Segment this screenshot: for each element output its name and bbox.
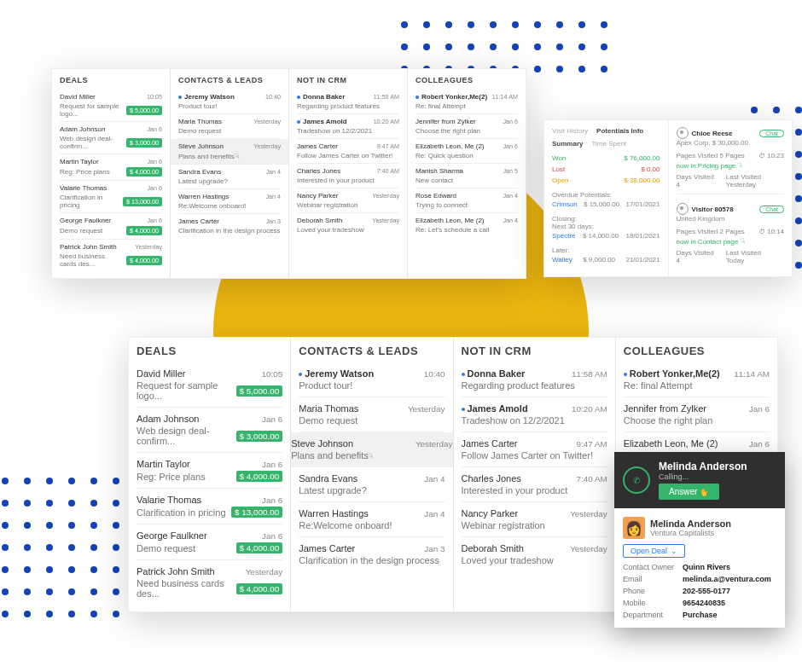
list-item[interactable]: Martin TaylorJan 6Reg: Price plans$ 4,00… [137,453,282,489]
list-item[interactable]: Patrick John SmithYesterdayNeed business… [137,560,282,605]
subtab-summary[interactable]: Summary [552,140,583,148]
potential-name[interactable]: Walley [552,256,572,264]
list-item[interactable]: Adam JohnsonJan 6Web design deal-confirm… [60,122,162,154]
list-item[interactable]: Charles Jones7:40 AMInterested in your p… [297,164,399,188]
item-subject: Clarification in pricing [137,507,226,518]
list-item[interactable]: Warren HastingsJan 4Re:Welcome onboard! [299,502,445,537]
list-item[interactable]: Sandra EvansJan 4Latest upgrade? [178,165,281,189]
cursor-icon: ✋ [699,486,711,497]
list-item[interactable]: Robert Yonker,Me(2)11:14 AMRe: final Att… [624,362,770,397]
list-item[interactable]: Valarie ThomasJan 6Clarification in pric… [60,181,162,213]
list-item[interactable]: Steve JohnsonYesterdayPlans and benefits… [291,432,452,467]
list-item[interactable]: Patrick John SmithYesterdayNeed business… [60,240,162,271]
list-item[interactable]: Donna Baker11:58 AMRegarding product fea… [297,90,399,114]
list-item[interactable]: James Carter9:47 AMFollow James Carter o… [297,139,399,164]
item-subject: New contact [416,177,453,184]
list-item[interactable]: Jennifer from ZylkerJan 6Choose the righ… [416,114,518,139]
closing-sub: Next 30 days: [552,223,660,230]
list-item[interactable]: James Amold10:20 AMTradeshow on 12/2/202… [297,114,399,139]
overdue-heading: Overdue Potentials: [552,191,660,199]
field-label: Phone [623,587,683,595]
list-item[interactable]: Jeremy Watson10:40Product tour! [299,362,445,397]
analytics-tabs[interactable]: Visit History Potentials Info [552,127,660,135]
list-item[interactable]: Manish SharmaJan 5New contact [416,164,518,188]
item-name: Steve Johnson [291,438,353,449]
column-header: NOT IN CRM [462,345,607,357]
item-subject: Re: Quick question [416,152,474,159]
item-subject: Demo request [60,227,102,235]
avatar: 👩 [623,517,645,539]
kanban-small: DEALSDavid Miller10:05Request for sample… [51,68,526,279]
list-item[interactable]: Elizabeth Leon, Me (2)Jan 4Re: Let's sch… [416,213,518,237]
list-item[interactable]: Steve JohnsonYesterdayPlans and benefits… [171,139,288,165]
item-name: James Carter [462,438,518,449]
potential-date: 18/01/2021 [625,232,660,240]
list-item[interactable]: James Amold10:20 AMTradeshow on 12/2/202… [462,397,607,432]
unread-dot-icon [299,373,302,376]
item-time: Jan 6 [262,460,282,469]
list-item[interactable]: James CarterJan 3Clarification in the de… [299,537,445,571]
list-item[interactable]: Robert Yonker,Me(2)11:14 AMRe: final Att… [416,90,518,114]
item-time: Jan 6 [503,142,518,150]
visitor-card: Visitor 80578ChatUnited KingdomPages Vis… [677,203,785,269]
item-subject: Re:Welcome onboard! [299,520,392,530]
list-item[interactable]: Rose EdwardJan 4Trying to connect [416,188,518,213]
list-item[interactable]: Jeremy Watson10:40Product tour! [178,90,281,114]
field-value: Quinn Rivers [683,563,776,571]
list-item[interactable]: Nancy ParkerYesterdayWebinar registratio… [462,502,607,537]
list-item[interactable]: Nancy ParkerYesterdayWebinar registratio… [297,188,399,213]
list-item[interactable]: Deborah SmithYesterdayLoved your tradesh… [462,537,607,571]
field-label: Department [623,611,683,619]
analytics-subtabs[interactable]: Summary Time Spent [552,140,660,148]
item-name: Charles Jones [462,473,521,484]
item-subject: Choose the right plan [416,127,480,135]
item-time: Jan 4 [265,193,281,200]
list-item[interactable]: Adam JohnsonJan 6Web design deal-confirm… [137,408,282,453]
tab-visit-history[interactable]: Visit History [552,127,588,135]
item-subject: Re:Welcome onboard! [178,202,246,210]
chat-button[interactable]: Chat [759,206,784,213]
item-subject: Interested in your product [462,485,568,495]
field-value[interactable]: melinda.a@ventura.com [683,575,776,583]
subtab-timespent[interactable]: Time Spent [591,140,626,148]
amount-badge: $ 5,000.00 [236,385,283,397]
list-item[interactable]: James Carter9:47 AMFollow James Carter o… [462,432,607,467]
summary-value: $ 0.00 [641,165,660,173]
list-item[interactable]: George FaulknerJan 6Demo request$ 4,000.… [137,524,282,560]
chevron-down-icon: ⌄ [671,547,677,555]
potential-name[interactable]: Crimson [552,200,578,208]
list-item[interactable]: Maria ThomasYesterdayDemo request [299,397,445,432]
item-name: Jeremy Watson [299,368,374,379]
amount-badge: $ 4,000.00 [126,226,162,235]
chat-button[interactable]: Chat [759,130,784,137]
list-item[interactable]: Deborah SmithYesterdayLoved your tradesh… [297,213,399,237]
tab-potentials-info[interactable]: Potentials Info [596,127,643,135]
list-item[interactable]: James CarterJan 3Clarification in the de… [178,214,281,238]
list-item[interactable]: Valarie ThomasJan 6Clarification in pric… [137,489,282,524]
list-item[interactable]: Charles Jones7:40 AMInterested in your p… [462,467,607,502]
item-subject: Re: Let's schedule a call [416,226,489,234]
list-item[interactable]: Elizabeth Leon, Me (2)Jan 6Re: Quick que… [416,139,518,164]
list-item[interactable]: Warren HastingsJan 4Re:Welcome onboard! [178,189,281,214]
list-item[interactable]: Jennifer from ZylkerJan 6Choose the righ… [624,397,770,432]
list-item[interactable]: David Miller10:05Request for sample logo… [60,90,162,122]
item-subject: Need business cards des... [137,578,233,599]
item-subject: Re: final Attempt [624,380,693,391]
column-header: COLLEAGUES [624,345,770,357]
item-name: Elizabeth Leon, Me (2) [624,438,718,449]
list-item[interactable]: Martin TaylorJan 6Reg: Price plans$ 4,00… [60,154,162,181]
list-item[interactable]: George FaulknerJan 6Demo request$ 4,000.… [60,213,162,240]
item-subject: Demo request [178,127,221,135]
amount-badge: $ 13,000.00 [231,507,282,518]
open-deal-button[interactable]: Open Deal ⌄ [623,544,685,558]
days-visited-label: Days Visited [677,249,714,257]
list-item[interactable]: Sandra EvansJan 4Latest upgrade? [299,467,445,502]
item-time: Jan 6 [749,404,770,414]
column-header: DEALS [137,345,282,357]
potential-name[interactable]: Spectre [552,232,576,240]
list-item[interactable]: David Miller10:05Request for sample logo… [137,362,282,408]
list-item[interactable]: Donna Baker11:58 AMRegarding product fea… [462,362,607,397]
list-item[interactable]: Maria ThomasYesterdayDemo request [178,114,281,139]
analytics-panel: Visit History Potentials Info Summary Ti… [543,119,793,277]
answer-button[interactable]: Answer ✋ [659,484,719,500]
